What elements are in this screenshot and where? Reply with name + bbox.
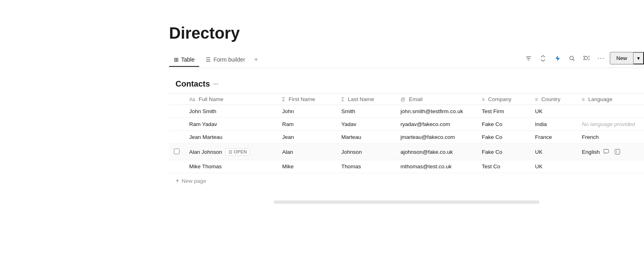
country-cell: France bbox=[530, 131, 577, 144]
lastname-cell: Yadav bbox=[336, 118, 396, 131]
company-value: Test Firm bbox=[482, 108, 504, 114]
language-value: No language provided bbox=[582, 121, 635, 127]
firstname-cell: Jean bbox=[277, 131, 336, 144]
company-cell: Fake Co bbox=[477, 118, 530, 131]
table-icon: ⊞ bbox=[174, 56, 179, 63]
horizontal-scrollbar[interactable] bbox=[274, 200, 539, 204]
new-button[interactable]: New bbox=[610, 52, 634, 64]
fullname-value: John Smith bbox=[189, 108, 217, 114]
lastname-cell: Thomas bbox=[336, 160, 396, 173]
comment-icon bbox=[603, 149, 609, 155]
row-checkbox-cell bbox=[169, 105, 184, 118]
table-row: Mike ThomasMikeThomasmthomas@test.co.ukT… bbox=[169, 160, 644, 173]
row-checkbox[interactable] bbox=[174, 149, 180, 154]
plus-icon: + bbox=[175, 177, 179, 184]
sort-icon bbox=[540, 55, 546, 62]
language-cell: English bbox=[577, 144, 644, 160]
lastname-value: Marteau bbox=[341, 134, 361, 140]
email-cell: mthomas@test.co.uk bbox=[396, 160, 477, 173]
lastname-cell: Marteau bbox=[336, 131, 396, 144]
fullname-cell: Ram Yadav bbox=[184, 118, 277, 131]
tab-form-builder[interactable]: ☰ Form builder bbox=[201, 53, 250, 67]
firstname-value: Ram bbox=[282, 121, 294, 127]
country-col-label: Country bbox=[541, 96, 560, 102]
row-actions: English bbox=[582, 147, 639, 157]
email-value: jmarteau@fakeco.com bbox=[400, 134, 455, 140]
email-col-icon: @ bbox=[400, 97, 405, 102]
company-cell: Test Firm bbox=[477, 105, 530, 118]
fullname-value: Alan Johnson bbox=[189, 149, 222, 155]
more-icon: ··· bbox=[597, 54, 605, 62]
open-badge-label: OPEN bbox=[234, 149, 247, 154]
language-cell bbox=[577, 105, 644, 118]
table-row: John SmithJohnSmithjohn.smith@testfirm.c… bbox=[169, 105, 644, 118]
country-value: India bbox=[535, 121, 547, 127]
col-header-company[interactable]: ≡ Company bbox=[477, 94, 530, 105]
email-cell: jmarteau@fakeco.com bbox=[396, 131, 477, 144]
open-badge-icon: ⊡ bbox=[229, 149, 232, 155]
fullname-cell: John Smith bbox=[184, 105, 277, 118]
country-col-icon: ≡ bbox=[535, 97, 538, 102]
row-checkbox-cell bbox=[169, 118, 184, 131]
email-cell: ajohnson@fake.co.uk bbox=[396, 144, 477, 160]
language-cell: No language provided bbox=[577, 118, 644, 131]
checkbox-header bbox=[169, 94, 184, 105]
firstname-col-icon: Σ bbox=[282, 97, 285, 102]
lightning-button[interactable] bbox=[552, 53, 563, 64]
language-cell bbox=[577, 160, 644, 173]
lastname-col-label: Last Name bbox=[348, 96, 374, 102]
col-header-email[interactable]: @ Email bbox=[396, 94, 477, 105]
open-badge[interactable]: ⊡OPEN bbox=[225, 148, 250, 156]
lastname-value: Yadav bbox=[341, 121, 356, 127]
language-col-icon: ≡ bbox=[582, 97, 585, 102]
firstname-value: Alan bbox=[282, 149, 293, 155]
company-col-label: Company bbox=[488, 96, 512, 102]
lastname-cell: Smith bbox=[336, 105, 396, 118]
fullname-cell: Mike Thomas bbox=[184, 160, 277, 173]
row-checkbox-cell bbox=[169, 160, 184, 173]
language-cell: French bbox=[577, 131, 644, 144]
comment-button[interactable] bbox=[601, 147, 611, 157]
chevron-down-icon: ▾ bbox=[637, 55, 640, 61]
email-cell: ryadav@fakeco.com bbox=[396, 118, 477, 131]
col-header-country[interactable]: ≡ Country bbox=[530, 94, 577, 105]
country-value: UK bbox=[535, 163, 543, 169]
company-cell: Fake Co bbox=[477, 144, 530, 160]
add-tab-button[interactable]: + bbox=[252, 52, 261, 68]
lastname-value: Thomas bbox=[341, 163, 361, 169]
more-options-button[interactable]: ··· bbox=[595, 53, 607, 64]
svg-line-4 bbox=[573, 59, 575, 61]
table-section-title: Contacts bbox=[175, 79, 210, 89]
email-value: ajohnson@fake.co.uk bbox=[400, 149, 453, 155]
svg-rect-6 bbox=[615, 149, 620, 154]
row-checkbox-cell bbox=[169, 131, 184, 144]
firstname-cell: John bbox=[277, 105, 336, 118]
new-page-button[interactable]: + New page bbox=[169, 173, 644, 188]
col-header-language[interactable]: ≡ Language bbox=[577, 94, 644, 105]
firstname-value: Mike bbox=[282, 163, 294, 169]
company-cell: Fake Co bbox=[477, 131, 530, 144]
more-row-button[interactable] bbox=[613, 147, 622, 157]
table-section: Contacts ··· Aa Full Name Σ First Name Σ bbox=[169, 76, 644, 188]
country-value: France bbox=[535, 134, 552, 140]
company-value: Fake Co bbox=[482, 121, 502, 127]
contacts-options-button[interactable]: ··· bbox=[213, 81, 219, 88]
sort-button[interactable] bbox=[537, 53, 549, 64]
country-cell: UK bbox=[530, 105, 577, 118]
search-button[interactable] bbox=[566, 53, 578, 64]
company-value: Fake Co bbox=[482, 134, 502, 140]
col-header-firstname[interactable]: Σ First Name bbox=[277, 94, 336, 105]
search-icon bbox=[569, 55, 575, 62]
email-col-label: Email bbox=[409, 96, 423, 102]
col-header-fullname[interactable]: Aa Full Name bbox=[184, 94, 277, 105]
settings-button[interactable] bbox=[581, 53, 592, 64]
filter-button[interactable] bbox=[523, 53, 534, 64]
col-header-lastname[interactable]: Σ Last Name bbox=[336, 94, 396, 105]
new-button-dropdown[interactable]: ▾ bbox=[634, 52, 644, 64]
firstname-value: John bbox=[282, 108, 294, 114]
tabs-bar: ⊞ Table ☰ Form builder + bbox=[169, 52, 644, 68]
fullname-value: Ram Yadav bbox=[189, 121, 217, 127]
fullname-value: Jean Marteau bbox=[189, 134, 223, 140]
tab-table[interactable]: ⊞ Table bbox=[169, 53, 199, 67]
page-title: Directory bbox=[169, 24, 644, 42]
